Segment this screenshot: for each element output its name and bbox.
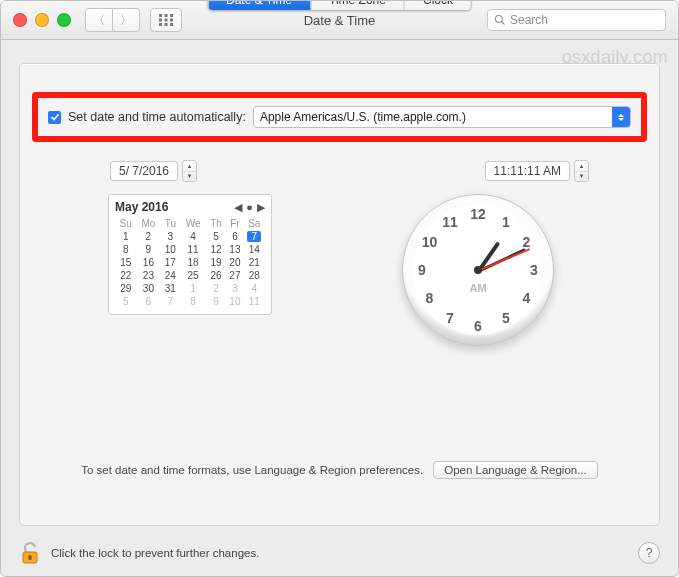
svg-rect-1	[165, 14, 168, 17]
chevron-right-icon: 〉	[120, 12, 132, 29]
calendar-day[interactable]: 5	[115, 295, 136, 308]
calendar-day[interactable]: 25	[180, 269, 205, 282]
calendar-day[interactable]: 2	[136, 230, 160, 243]
calendar-day[interactable]: 15	[115, 256, 136, 269]
calendar-day[interactable]: 2	[206, 282, 227, 295]
time-server-value: Apple Americas/U.S. (time.apple.com.)	[254, 110, 612, 124]
calendar-day[interactable]: 19	[206, 256, 227, 269]
svg-rect-6	[159, 23, 162, 26]
calendar-day[interactable]: 11	[244, 295, 265, 308]
svg-rect-4	[165, 19, 168, 22]
calendar-day[interactable]: 6	[136, 295, 160, 308]
calendar-day[interactable]: 1	[115, 230, 136, 243]
calendar-day[interactable]: 7	[244, 230, 265, 243]
clock-number: 7	[446, 310, 454, 326]
calendar-day[interactable]: 30	[136, 282, 160, 295]
svg-rect-12	[28, 555, 31, 560]
prefs-window: 〈 〉 Date & Time Search osxdaily.com Date…	[0, 0, 679, 577]
calendar-day[interactable]: 4	[180, 230, 205, 243]
tab-clock[interactable]: Clock	[404, 0, 471, 10]
calendar-day[interactable]: 5	[206, 230, 227, 243]
show-all-button[interactable]	[150, 8, 182, 32]
time-server-combo[interactable]: Apple Americas/U.S. (time.apple.com.)	[253, 106, 631, 128]
calendar-day[interactable]: 21	[244, 256, 265, 269]
calendar-day[interactable]: 31	[160, 282, 180, 295]
calendar-day[interactable]: 24	[160, 269, 180, 282]
open-language-region-button[interactable]: Open Language & Region...	[433, 461, 598, 479]
calendar-day[interactable]: 3	[160, 230, 180, 243]
tab-segment: Date & Time Time Zone Clock	[207, 0, 472, 11]
auto-time-label: Set date and time automatically:	[68, 110, 246, 124]
bottom-bar: Click the lock to prevent further change…	[19, 540, 660, 566]
nav-buttons: 〈 〉	[85, 8, 140, 32]
window-controls	[1, 13, 71, 27]
calendar-day[interactable]: 17	[160, 256, 180, 269]
calendar-day[interactable]: 29	[115, 282, 136, 295]
search-icon	[494, 14, 506, 26]
calendar-day[interactable]: 18	[180, 256, 205, 269]
clock-number: 12	[470, 206, 486, 222]
calendar-day[interactable]: 7	[160, 295, 180, 308]
auto-time-row: Set date and time automatically: Apple A…	[32, 92, 647, 142]
calendar-day[interactable]: 12	[206, 243, 227, 256]
calendar-day[interactable]: 26	[206, 269, 227, 282]
calendar-day[interactable]: 9	[206, 295, 227, 308]
formats-text: To set date and time formats, use Langua…	[81, 464, 423, 476]
calendar-next-icon[interactable]: ▶	[257, 201, 265, 214]
svg-point-9	[496, 16, 503, 23]
tab-date-time[interactable]: Date & Time	[208, 0, 310, 10]
calendar-today-icon[interactable]: ●	[246, 201, 253, 214]
calendar-day[interactable]: 1	[180, 282, 205, 295]
chevron-left-icon: 〈	[93, 12, 105, 29]
lock-button[interactable]	[19, 540, 41, 566]
calendar-nav: ◀ ● ▶	[234, 201, 265, 214]
calendar-day[interactable]: 20	[226, 256, 243, 269]
calendar-day[interactable]: 10	[226, 295, 243, 308]
calendar-day[interactable]: 14	[244, 243, 265, 256]
calendar-day[interactable]: 23	[136, 269, 160, 282]
calendar-prev-icon[interactable]: ◀	[234, 201, 242, 214]
formats-footer: To set date and time formats, use Langua…	[20, 461, 659, 479]
date-stepper[interactable]: ▲▼	[182, 160, 197, 182]
calendar-day[interactable]: 8	[180, 295, 205, 308]
content-panel: Set date and time automatically: Apple A…	[19, 63, 660, 526]
date-time-fields: 5/ 7/2016 ▲▼ 11:11:11 AM ▲▼	[110, 160, 589, 182]
svg-rect-5	[170, 19, 173, 22]
clock-number: 9	[418, 262, 426, 278]
minimize-window-button[interactable]	[35, 13, 49, 27]
calendar-day[interactable]: 4	[244, 282, 265, 295]
calendar-day[interactable]: 27	[226, 269, 243, 282]
svg-rect-0	[159, 14, 162, 17]
calendar-day[interactable]: 9	[136, 243, 160, 256]
tab-time-zone[interactable]: Time Zone	[310, 0, 404, 10]
calendar-day[interactable]: 28	[244, 269, 265, 282]
help-button[interactable]: ?	[638, 542, 660, 564]
time-field[interactable]: 11:11:11 AM	[485, 161, 570, 181]
calendar[interactable]: May 2016 ◀ ● ▶ SuMoTuWeThFrSa 1234567891…	[108, 194, 272, 315]
search-input[interactable]: Search	[487, 9, 666, 31]
lock-text: Click the lock to prevent further change…	[51, 547, 259, 559]
calendar-day[interactable]: 6	[226, 230, 243, 243]
calendar-day[interactable]: 22	[115, 269, 136, 282]
calendar-day[interactable]: 8	[115, 243, 136, 256]
forward-button[interactable]: 〉	[113, 8, 140, 32]
clock-number: 4	[523, 290, 531, 306]
clock-number: 10	[422, 234, 438, 250]
calendar-day[interactable]: 3	[226, 282, 243, 295]
combo-arrow-icon	[612, 107, 630, 127]
auto-time-checkbox[interactable]	[48, 111, 61, 124]
calendar-day[interactable]: 16	[136, 256, 160, 269]
analog-clock: 121234567891011 AM	[402, 194, 554, 346]
time-stepper[interactable]: ▲▼	[574, 160, 589, 182]
zoom-window-button[interactable]	[57, 13, 71, 27]
check-icon	[50, 112, 60, 122]
calendar-day[interactable]: 13	[226, 243, 243, 256]
calendar-day[interactable]: 10	[160, 243, 180, 256]
calendar-month: May 2016	[115, 200, 168, 214]
time-field-group: 11:11:11 AM ▲▼	[485, 160, 589, 182]
calendar-day[interactable]: 11	[180, 243, 205, 256]
date-field[interactable]: 5/ 7/2016	[110, 161, 178, 181]
back-button[interactable]: 〈	[85, 8, 113, 32]
calendar-grid: SuMoTuWeThFrSa 1234567891011121314151617…	[115, 217, 265, 308]
close-window-button[interactable]	[13, 13, 27, 27]
